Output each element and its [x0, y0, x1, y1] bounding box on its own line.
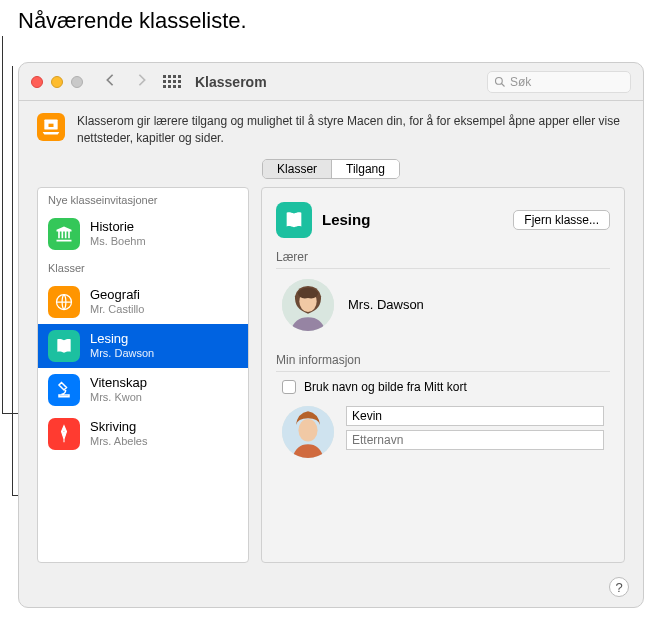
- search-field[interactable]: Søk: [487, 71, 631, 93]
- classes-header: Klasser: [38, 256, 248, 280]
- teacher-row: Mrs. Dawson: [276, 269, 610, 341]
- window-controls: [31, 76, 83, 88]
- remove-class-button[interactable]: Fjern klasse...: [513, 210, 610, 230]
- class-item-vitenskap[interactable]: Vitenskap Mrs. Kwon: [38, 368, 248, 412]
- svg-line-1: [502, 83, 505, 86]
- titlebar: Klasserom Søk: [19, 63, 643, 101]
- svg-point-0: [496, 77, 503, 84]
- class-teacher: Mr. Castillo: [90, 303, 144, 316]
- class-teacher: Mrs. Dawson: [90, 347, 154, 360]
- class-title: Lesing: [90, 331, 154, 347]
- class-teacher: Mrs. Kwon: [90, 391, 147, 404]
- class-title: Historie: [90, 219, 146, 235]
- columns-icon: [48, 218, 80, 250]
- lastname-field[interactable]: [346, 430, 604, 450]
- svg-point-8: [298, 419, 317, 442]
- class-title: Geografi: [90, 287, 144, 303]
- microscope-icon: [48, 374, 80, 406]
- detail-header: Lesing Fjern klasse...: [276, 202, 610, 238]
- student-avatar[interactable]: [282, 406, 334, 458]
- forward-button[interactable]: [135, 73, 149, 91]
- class-list: Nye klasseinvitasjoner Historie Ms. Boeh…: [37, 187, 249, 563]
- annotation-connector: [2, 36, 3, 66]
- myinfo-section-label: Min informasjon: [276, 353, 610, 372]
- search-icon: [494, 76, 506, 88]
- nav-buttons: [103, 73, 149, 91]
- back-button[interactable]: [103, 73, 117, 91]
- pane-description: Klasserom gir lærere tilgang og mulighet…: [19, 101, 643, 159]
- invitations-header: Nye klasseinvitasjoner: [38, 188, 248, 212]
- teacher-name: Mrs. Dawson: [348, 297, 424, 312]
- close-button[interactable]: [31, 76, 43, 88]
- help-button[interactable]: ?: [609, 577, 629, 597]
- pane-title: Klasserom: [195, 74, 267, 90]
- classroom-app-icon: [37, 113, 65, 141]
- class-title: Vitenskap: [90, 375, 147, 391]
- description-text: Klasserom gir lærere tilgang og mulighet…: [77, 113, 625, 147]
- tab-access[interactable]: Tilgang: [332, 160, 399, 178]
- book-icon: [276, 202, 312, 238]
- class-title: Skriving: [90, 419, 147, 435]
- class-item-geografi[interactable]: Geografi Mr. Castillo: [38, 280, 248, 324]
- class-item-skriving[interactable]: Skriving Mrs. Abeles: [38, 412, 248, 456]
- show-all-button[interactable]: [163, 75, 181, 88]
- pen-icon: [48, 418, 80, 450]
- annotation-label: Nåværende klasseliste.: [18, 8, 247, 34]
- minimize-button[interactable]: [51, 76, 63, 88]
- content-area: Nye klasseinvitasjoner Historie Ms. Boeh…: [19, 187, 643, 577]
- teacher-avatar: [282, 279, 334, 331]
- preferences-window: Klasserom Søk Klasserom gir lærere tilga…: [18, 62, 644, 608]
- book-icon: [48, 330, 80, 362]
- detail-title: Lesing: [322, 211, 370, 228]
- search-placeholder: Søk: [510, 75, 531, 89]
- globe-icon: [48, 286, 80, 318]
- class-item-lesing[interactable]: Lesing Mrs. Dawson: [38, 324, 248, 368]
- myinfo-row: [276, 406, 610, 458]
- firstname-field[interactable]: [346, 406, 604, 426]
- class-item-historie[interactable]: Historie Ms. Boehm: [38, 212, 248, 256]
- svg-rect-3: [49, 124, 54, 127]
- use-mycard-checkbox[interactable]: [282, 380, 296, 394]
- zoom-button: [71, 76, 83, 88]
- class-teacher: Ms. Boehm: [90, 235, 146, 248]
- teacher-section-label: Lærer: [276, 250, 610, 269]
- class-detail: Lesing Fjern klasse... Lærer Mrs. Dawson…: [261, 187, 625, 563]
- tab-bar: Klasser Tilgang: [19, 159, 643, 179]
- use-mycard-label: Bruk navn og bilde fra Mitt kort: [304, 380, 467, 394]
- class-teacher: Mrs. Abeles: [90, 435, 147, 448]
- use-mycard-row: Bruk navn og bilde fra Mitt kort: [276, 372, 610, 406]
- tab-classes[interactable]: Klasser: [263, 160, 332, 178]
